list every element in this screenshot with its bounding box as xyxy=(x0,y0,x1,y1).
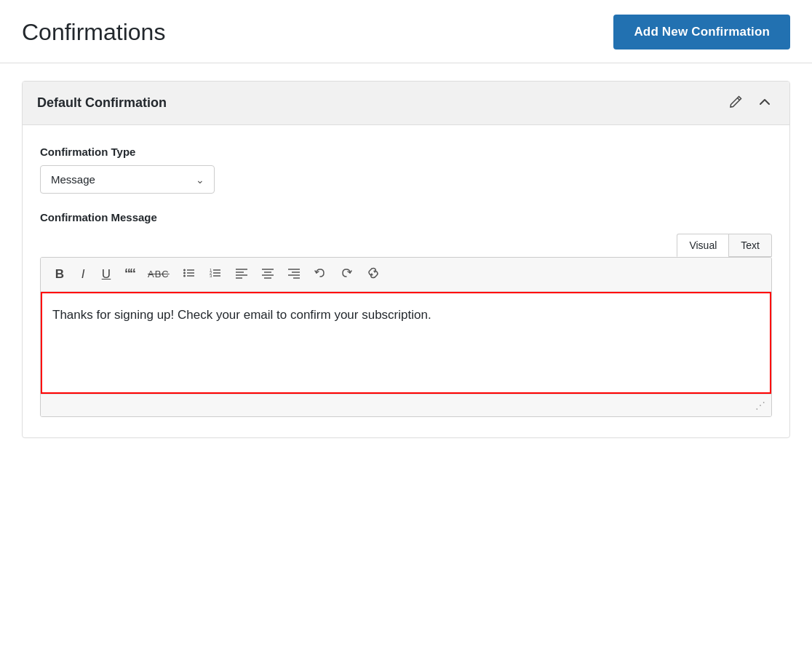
resize-handle-icon: ⋰ xyxy=(755,400,765,411)
editor-container: B I U ““ ABC 123 xyxy=(40,257,772,417)
toolbar-unordered-list-button[interactable] xyxy=(178,263,201,285)
chevron-up-icon xyxy=(757,98,772,112)
confirmation-panel: Default Confirmation xyxy=(22,81,790,438)
toolbar-strikethrough-button[interactable]: ABC xyxy=(143,266,175,283)
page-title: Confirmations xyxy=(22,19,165,46)
confirmation-message-section: Confirmation Message Visual Text B I U “… xyxy=(40,211,772,417)
collapse-panel-button[interactable] xyxy=(755,93,775,113)
toolbar-bold-button[interactable]: B xyxy=(49,264,70,285)
editor-content-text: Thanks for signing up! Check your email … xyxy=(52,308,431,322)
tab-visual[interactable]: Visual xyxy=(677,234,729,257)
edit-confirmation-button[interactable] xyxy=(725,93,746,113)
editor-footer: ⋰ xyxy=(41,394,771,416)
svg-point-0 xyxy=(183,269,186,271)
toolbar-blockquote-button[interactable]: ““ xyxy=(119,263,140,285)
toolbar-redo-button[interactable] xyxy=(335,263,358,285)
editor-tabs: Visual Text xyxy=(40,234,772,257)
toolbar-align-right-button[interactable] xyxy=(282,263,306,285)
add-new-confirmation-button[interactable]: Add New Confirmation xyxy=(613,15,790,49)
confirmation-type-section: Confirmation Type Message Page Redirect … xyxy=(40,146,772,194)
toolbar-ordered-list-button[interactable]: 123 xyxy=(204,263,227,285)
pencil-icon xyxy=(728,98,743,112)
panel-body: Confirmation Type Message Page Redirect … xyxy=(23,125,789,437)
panel-header: Default Confirmation xyxy=(23,82,789,125)
tab-text[interactable]: Text xyxy=(728,234,772,257)
svg-text:3: 3 xyxy=(210,274,212,278)
panel-title: Default Confirmation xyxy=(37,95,167,111)
toolbar-align-left-button[interactable] xyxy=(230,263,253,285)
editor-content-area[interactable]: Thanks for signing up! Check your email … xyxy=(41,292,771,394)
svg-point-2 xyxy=(183,272,186,274)
page-header: Confirmations Add New Confirmation xyxy=(0,0,812,63)
toolbar-underline-button[interactable]: U xyxy=(96,264,116,285)
toolbar-italic-button[interactable]: I xyxy=(73,264,93,285)
panel-header-actions xyxy=(725,93,775,113)
confirmation-message-label: Confirmation Message xyxy=(40,211,772,223)
confirmation-type-label: Confirmation Type xyxy=(40,146,772,158)
svg-point-4 xyxy=(183,275,186,277)
confirmation-type-select[interactable]: Message Page Redirect xyxy=(40,165,215,194)
confirmation-type-select-wrapper: Message Page Redirect ⌄ xyxy=(40,165,215,194)
toolbar-undo-button[interactable] xyxy=(309,263,332,285)
editor-toolbar: B I U ““ ABC 123 xyxy=(41,258,771,292)
toolbar-align-center-button[interactable] xyxy=(256,263,279,285)
main-content: Default Confirmation xyxy=(0,63,812,456)
toolbar-link-button[interactable] xyxy=(361,263,386,285)
